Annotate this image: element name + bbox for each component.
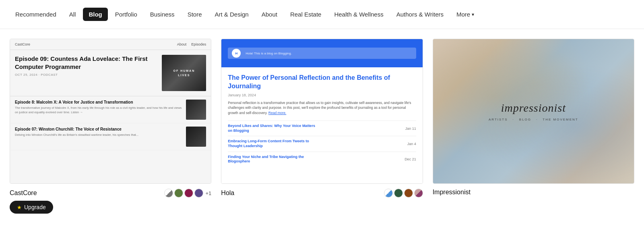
upgrade-label: Upgrade	[24, 204, 46, 210]
hola-swatch-2[interactable]	[394, 189, 403, 198]
hola-article-2-date: Jan 4	[407, 142, 416, 146]
main-navigation: Recommended All Blog Portfolio Business …	[0, 0, 644, 29]
castcore-about-link: About	[177, 42, 187, 46]
castcore-brand: CastCore	[15, 42, 30, 46]
hola-article-2: Embracing Long-Form Content From Tweets …	[228, 136, 416, 151]
castcore-featured-image	[162, 55, 206, 91]
hola-article-1-title: Beyond Likes and Shares: Why Your Voice …	[228, 124, 316, 133]
castcore-ep2-title: Episode 8: Malcolm X: A Voice for Justic…	[15, 100, 183, 105]
hola-body: The Power of Personal Reflection and the…	[221, 67, 422, 183]
castcore-ep3-thumb	[186, 127, 206, 147]
chevron-down-icon: ▾	[472, 12, 474, 17]
nav-item-health-wellness[interactable]: Health & Wellness	[328, 8, 389, 21]
hola-footer: Hola	[221, 184, 423, 201]
impressionist-name: Impressionist	[433, 189, 471, 196]
card-castcore: CastCore About Episodes Episode 09: Coun…	[10, 39, 211, 214]
castcore-preview[interactable]: CastCore About Episodes Episode 09: Coun…	[10, 39, 211, 184]
hola-name: Hola	[221, 189, 234, 197]
hola-article-1-date: Jan 11	[405, 127, 416, 131]
castcore-name: CastCore	[10, 189, 37, 197]
nav-item-store[interactable]: Store	[182, 8, 208, 21]
hola-read-more[interactable]: Read more.	[268, 111, 286, 115]
castcore-featured-title: Episode 09: Countess Ada Lovelace: The F…	[15, 55, 158, 71]
hola-logo: H	[232, 49, 241, 58]
swatch-4[interactable]	[194, 189, 203, 198]
hola-article-1: Beyond Likes and Shares: Why Your Voice …	[228, 121, 416, 136]
castcore-episodes-link: Episodes	[191, 42, 206, 46]
hola-swatch-1[interactable]	[384, 189, 393, 198]
swatch-2[interactable]	[174, 189, 183, 198]
nav-item-business[interactable]: Business	[144, 8, 180, 21]
hola-article-2-title: Embracing Long-Form Content From Tweets …	[228, 139, 316, 148]
impressionist-nav-separator-1: ·	[513, 118, 514, 121]
hola-article-title: The Power of Personal Reflection and the…	[228, 74, 416, 91]
castcore-featured-meta: OCT 25, 2024 · PODCAST	[15, 73, 158, 77]
hola-article-desc: Personal reflection is a transformative …	[228, 100, 416, 116]
impressionist-nav-blog: BLOG	[519, 118, 531, 121]
swatch-3[interactable]	[184, 189, 193, 198]
hola-preview[interactable]: H Hola! This is a blog on Blogging. The …	[221, 39, 423, 184]
impressionist-preview[interactable]: impressionist ARTISTS · BLOG · THE MOVEM…	[433, 39, 634, 184]
hola-article-3-date: Dec 21	[405, 157, 416, 161]
castcore-ep3-desc: Delving into Winston Churchill's life as…	[15, 133, 183, 137]
template-grid: CastCore About Episodes Episode 09: Coun…	[0, 29, 644, 214]
castcore-ep2-desc: The transformative journey of Malcolm X,…	[15, 106, 183, 114]
swatch-1[interactable]	[164, 189, 173, 198]
castcore-swatches: +1	[164, 189, 212, 198]
castcore-ep2-thumb	[186, 100, 206, 120]
card-hola: H Hola! This is a blog on Blogging. The …	[221, 39, 423, 214]
swatch-count: +1	[206, 190, 212, 196]
impressionist-footer: Impressionist	[433, 184, 634, 199]
hola-header: H Hola! This is a blog on Blogging.	[221, 39, 422, 67]
nav-item-blog[interactable]: Blog	[83, 8, 107, 21]
nav-item-art-design[interactable]: Art & Design	[209, 8, 254, 21]
impressionist-nav-separator-2: ·	[536, 118, 538, 121]
castcore-ep3-title: Episode 07: Winston Churchill: The Voice…	[15, 127, 183, 132]
impressionist-logo: impressionist	[501, 102, 566, 114]
upgrade-button[interactable]: ★ Upgrade	[10, 201, 53, 214]
nav-item-about[interactable]: About	[256, 8, 283, 21]
nav-item-authors-writers[interactable]: Authors & Writers	[391, 8, 449, 21]
hola-header-note: Hola! This is a blog on Blogging.	[246, 52, 292, 55]
star-icon: ★	[17, 204, 22, 210]
nav-item-portfolio[interactable]: Portfolio	[109, 8, 143, 21]
more-label: More	[456, 11, 470, 18]
nav-item-real-estate[interactable]: Real Estate	[285, 8, 327, 21]
castcore-footer: CastCore +1	[10, 184, 211, 201]
card-impressionist: impressionist ARTISTS · BLOG · THE MOVEM…	[433, 39, 634, 214]
hola-swatch-3[interactable]	[404, 189, 413, 198]
hola-article-3: Finding Your Niche and Tribe Navigating …	[228, 152, 416, 167]
hola-article-date: January 18, 2024	[228, 93, 416, 97]
impressionist-nav-movement: THE MOVEMENT	[543, 118, 578, 121]
hola-swatches	[384, 189, 423, 198]
impressionist-nav: ARTISTS · BLOG · THE MOVEMENT	[489, 118, 578, 121]
nav-item-all[interactable]: All	[64, 8, 82, 21]
hola-article-3-title: Finding Your Niche and Tribe Navigating …	[228, 155, 316, 164]
hola-swatch-4[interactable]	[414, 189, 423, 198]
nav-item-recommended[interactable]: Recommended	[10, 8, 62, 21]
impressionist-nav-artists: ARTISTS	[489, 118, 508, 121]
nav-more-dropdown[interactable]: More ▾	[451, 8, 480, 21]
